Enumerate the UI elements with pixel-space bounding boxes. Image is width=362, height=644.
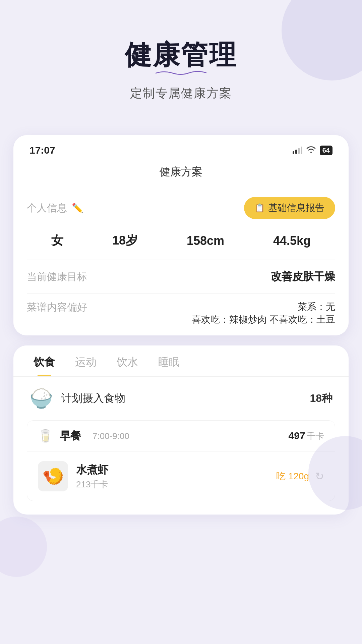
food-plan-label: 计划摄入食物 [61, 391, 125, 406]
meal-name: 早餐 [60, 429, 81, 443]
meal-header: 🥛 早餐 7:00-9:00 497 千卡 [27, 421, 335, 452]
health-goal-value: 改善皮肤干燥 [271, 269, 335, 284]
second-card: 饮食 运动 饮水 睡眠 🍚 计划摄入食物 18种 🥛 早餐 7:00-9:00 … [13, 345, 349, 515]
cuisine-label: 菜谱内容偏好 [27, 301, 87, 314]
report-button[interactable]: 📋 基础信息报告 [244, 197, 335, 219]
page-subtitle: 定制专属健康方案 [13, 85, 349, 102]
report-icon: 📋 [255, 203, 265, 213]
status-icons: 64 [293, 146, 333, 155]
food-plan-row: 🍚 计划摄入食物 18种 [13, 377, 349, 420]
tab-sleep[interactable]: 睡眠 [158, 355, 180, 376]
meal-calories-section: 497 千卡 [288, 430, 324, 442]
cuisine-line2: 喜欢吃：辣椒炒肉 不喜欢吃：土豆 [192, 313, 335, 326]
stat-age: 18岁 [112, 232, 138, 249]
signal-icon [293, 147, 302, 154]
tab-diet[interactable]: 饮食 [34, 355, 55, 376]
cuisine-values: 菜系：无 喜欢吃：辣椒炒肉 不喜欢吃：土豆 [192, 301, 335, 326]
stat-height: 158cm [187, 234, 224, 248]
food-name: 水煮虾 [76, 463, 108, 477]
title-underline [127, 70, 235, 76]
health-goal-label: 当前健康目标 [27, 270, 87, 284]
food-image-shrimp: 🍤 [38, 461, 68, 491]
meal-card-breakfast: 🥛 早餐 7:00-9:00 497 千卡 🍤 水煮虾 213千卡 [27, 420, 335, 501]
food-plan-left: 🍚 计划摄入食物 [29, 387, 125, 410]
meal-cal-unit: 千卡 [307, 431, 324, 441]
health-goal-row: 当前健康目标 改善皮肤干燥 [13, 260, 349, 293]
food-bowl-icon: 🍚 [29, 387, 53, 410]
cuisine-line1: 菜系：无 [298, 301, 335, 313]
personal-info-label: 个人信息 ✏️ [27, 201, 83, 215]
food-info: 水煮虾 213千卡 [76, 463, 108, 490]
food-calories: 213千卡 [76, 479, 108, 490]
header: 健康管理 定制专属健康方案 [0, 0, 362, 122]
bottom-spacer [13, 501, 349, 515]
meal-icon: 🥛 [38, 429, 53, 443]
page-title: 健康管理 [13, 40, 349, 70]
wifi-icon [306, 146, 316, 155]
nav-title: 健康方案 [13, 161, 349, 187]
meal-time: 7:00-9:00 [93, 431, 129, 441]
stat-gender: 女 [51, 232, 63, 249]
food-item-right: 吃 120g ↻ [276, 470, 324, 483]
food-item-left: 🍤 水煮虾 213千卡 [38, 461, 108, 491]
phone-card-main: 17:07 64 健康方案 个人信息 ✏️ [13, 135, 349, 335]
battery-icon: 64 [320, 146, 333, 155]
tab-water[interactable]: 饮水 [117, 355, 138, 376]
meal-header-left: 🥛 早餐 7:00-9:00 [38, 429, 129, 443]
personal-info-header: 个人信息 ✏️ 📋 基础信息报告 [13, 187, 349, 226]
edit-icon[interactable]: ✏️ [72, 203, 83, 214]
food-amount: 吃 120g [276, 470, 309, 483]
tabs-container: 饮食 运动 饮水 睡眠 [13, 345, 349, 377]
stat-weight: 44.5kg [273, 234, 311, 248]
tab-exercise[interactable]: 运动 [75, 355, 97, 376]
refresh-icon[interactable]: ↻ [315, 470, 324, 483]
food-item-shrimp: 🍤 水煮虾 213千卡 吃 120g ↻ [27, 452, 335, 501]
status-time: 17:07 [29, 145, 55, 156]
food-plan-count: 18种 [310, 391, 333, 406]
stats-row: 女 18岁 158cm 44.5kg [13, 226, 349, 260]
status-bar: 17:07 64 [13, 135, 349, 161]
page-bottom-spacer [0, 515, 362, 535]
cuisine-row: 菜谱内容偏好 菜系：无 喜欢吃：辣椒炒肉 不喜欢吃：土豆 [13, 294, 349, 335]
meal-calories: 497 [288, 430, 305, 441]
